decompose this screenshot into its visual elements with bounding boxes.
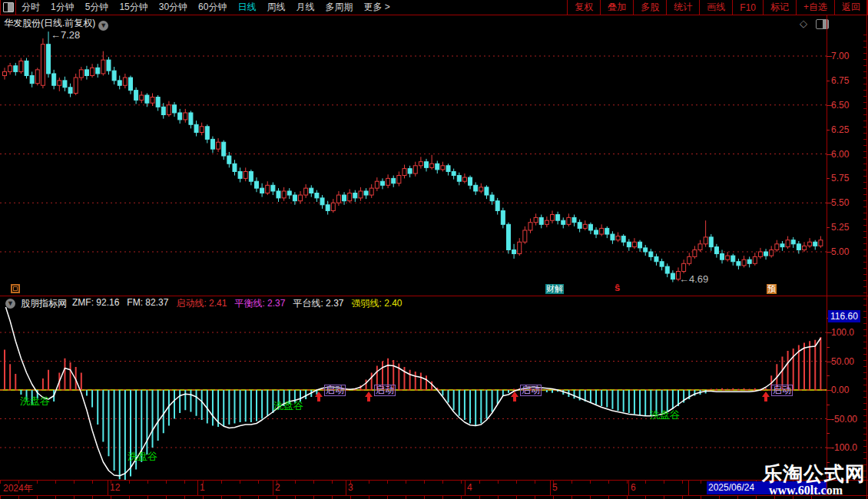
menu-button-4[interactable]: 画线 bbox=[699, 0, 732, 15]
price-tick-label: 5.75 bbox=[831, 173, 849, 183]
menu-button-2[interactable]: 多股 bbox=[633, 0, 666, 15]
bottom-row-minor-ticks bbox=[0, 496, 827, 499]
indicator-collapse-icon[interactable]: ▼ bbox=[5, 299, 15, 309]
washout-valley-label: 洗盘谷 bbox=[650, 408, 680, 422]
year-label: 2024年 bbox=[3, 482, 33, 495]
menu-item-2[interactable]: 5分钟 bbox=[80, 1, 114, 14]
month-label: 1 bbox=[200, 482, 205, 493]
panel-separator-line[interactable] bbox=[0, 296, 868, 296]
indicator-tick-mark bbox=[827, 390, 832, 391]
marker-caijie: 财解 bbox=[545, 284, 564, 294]
indicator-field-5: 强弱线: 2.40 bbox=[351, 297, 402, 310]
price-tick-label: 6.00 bbox=[831, 149, 849, 160]
price-tick-mark bbox=[827, 130, 830, 131]
high-price-annotation: ←7.28 bbox=[51, 29, 80, 41]
menu-item-6[interactable]: 日线 bbox=[232, 1, 261, 14]
menu-item-3[interactable]: 15分钟 bbox=[114, 1, 153, 14]
washout-valley-label: 洗盘谷 bbox=[128, 450, 157, 464]
indicator-tick-mark bbox=[827, 405, 830, 405]
axis-divider-line bbox=[827, 15, 827, 495]
window-split-icon bbox=[3, 2, 14, 12]
price-tick-label: 5.00 bbox=[831, 246, 849, 257]
price-tick-label: 5.50 bbox=[831, 197, 849, 208]
indicator-tick-mark bbox=[827, 375, 830, 376]
menu-button-7[interactable]: +自选 bbox=[796, 0, 834, 15]
indicator-tick-mark bbox=[827, 362, 832, 362]
price-tick-mark bbox=[827, 203, 832, 203]
month-separator bbox=[550, 481, 551, 495]
month-separator bbox=[273, 481, 273, 495]
menu-item-4[interactable]: 30分钟 bbox=[154, 1, 193, 14]
menu-item-5[interactable]: 60分钟 bbox=[193, 1, 232, 14]
menu-button-0[interactable]: 复权 bbox=[567, 0, 600, 15]
menu-button-1[interactable]: 叠加 bbox=[600, 0, 633, 15]
trading-app-window: 分时1分钟5分钟15分钟30分钟60分钟日线周线月线多周期更多 > 复权叠加多股… bbox=[0, 0, 868, 499]
month-separator bbox=[108, 481, 108, 495]
month-label: 6 bbox=[631, 482, 636, 493]
month-separator bbox=[628, 481, 629, 495]
indicator-tick-mark bbox=[827, 433, 830, 434]
indicator-tick-label: -100.0 bbox=[831, 442, 857, 453]
indicator-field-4: 平台线: 2.37 bbox=[293, 297, 343, 310]
menu-item-7[interactable]: 周线 bbox=[261, 1, 290, 14]
launch-signal-label: 启动 bbox=[374, 385, 396, 396]
indicator-field-3: 平衡线: 2.37 bbox=[234, 297, 285, 310]
price-tick-label: 6.25 bbox=[831, 124, 849, 135]
indicator-tick-label: 0.00 bbox=[831, 385, 849, 395]
indicator-tick-mark bbox=[827, 448, 832, 448]
indicator-values: ZMF: 92.16FM: 82.37启动线: 2.41平衡线: 2.37平台线… bbox=[72, 297, 403, 310]
layout-toggle-button[interactable] bbox=[0, 0, 16, 15]
menu-button-6[interactable]: 标记 bbox=[763, 0, 796, 15]
current-date-badge: 2025/06/24 bbox=[707, 481, 754, 494]
price-tick-label: 5.25 bbox=[831, 222, 849, 233]
indicator-tick-label: 100.0 bbox=[831, 327, 854, 338]
indicator-value-badge: 116.60 bbox=[828, 310, 860, 322]
price-tick-mark bbox=[827, 56, 832, 57]
price-tick-label: 6.50 bbox=[831, 100, 849, 111]
month-separator bbox=[346, 481, 346, 495]
menubar-items: 分时1分钟5分钟15分钟30分钟60分钟日线周线月线多周期更多 > bbox=[16, 1, 396, 14]
indicator-tick-mark bbox=[827, 332, 832, 333]
month-label: 2 bbox=[275, 482, 280, 493]
price-tick-mark bbox=[827, 227, 830, 228]
month-label: 5 bbox=[552, 482, 558, 493]
menu-item-8[interactable]: 月线 bbox=[290, 1, 320, 14]
right-border-line bbox=[866, 0, 867, 499]
menu-item-1[interactable]: 1分钟 bbox=[45, 1, 80, 14]
indicator-name: 股朋指标网 bbox=[21, 297, 67, 310]
washout-valley-label: 洗盘谷 bbox=[20, 395, 50, 408]
indicator-tick-mark bbox=[827, 419, 832, 420]
menubar-right-items: 复权叠加多股统计画线F10标记+自选返回 bbox=[567, 0, 868, 15]
main-chart-canvas[interactable] bbox=[0, 15, 827, 296]
menu-item-9[interactable]: 多周期 bbox=[320, 1, 358, 14]
price-tick-mark bbox=[827, 252, 832, 253]
menu-button-8[interactable]: 返回 bbox=[834, 0, 868, 15]
month-label: 3 bbox=[348, 482, 353, 493]
menu-item-10[interactable]: 更多 > bbox=[358, 1, 395, 14]
price-tick-label: 6.75 bbox=[831, 75, 849, 86]
month-separator bbox=[688, 481, 689, 495]
menu-item-0[interactable]: 分时 bbox=[16, 1, 45, 14]
price-tick-mark bbox=[827, 178, 830, 179]
indicator-header: ▼ 股朋指标网 ZMF: 92.16FM: 82.37启动线: 2.41平衡线:… bbox=[2, 297, 403, 310]
indicator-field-1: FM: 82.37 bbox=[127, 297, 168, 310]
indicator-field-0: ZMF: 92.16 bbox=[72, 297, 119, 310]
menu-button-3[interactable]: 统计 bbox=[666, 0, 699, 15]
indicator-tick-label: -50.00 bbox=[831, 414, 857, 425]
month-label: 4 bbox=[467, 482, 472, 493]
washout-valley-label: 洗盘谷 bbox=[273, 399, 303, 413]
return-box-icon[interactable] bbox=[11, 284, 20, 293]
indicator-chart-canvas[interactable] bbox=[0, 307, 827, 480]
indicator-tick-mark bbox=[827, 347, 830, 348]
launch-signal-label: 启动 bbox=[324, 385, 346, 396]
price-tick-mark bbox=[827, 81, 830, 81]
month-label: 12 bbox=[110, 482, 120, 493]
marker-sell: ŝ bbox=[615, 282, 620, 293]
price-tick-label: 7.00 bbox=[831, 51, 849, 61]
indicator-tick-label: 50.00 bbox=[831, 356, 854, 367]
launch-signal-label: 启动 bbox=[520, 385, 542, 396]
price-tick-mark bbox=[827, 105, 832, 106]
month-separator bbox=[465, 481, 465, 495]
date-axis-minor-ticks bbox=[0, 481, 827, 484]
menu-button-5[interactable]: F10 bbox=[732, 0, 763, 15]
